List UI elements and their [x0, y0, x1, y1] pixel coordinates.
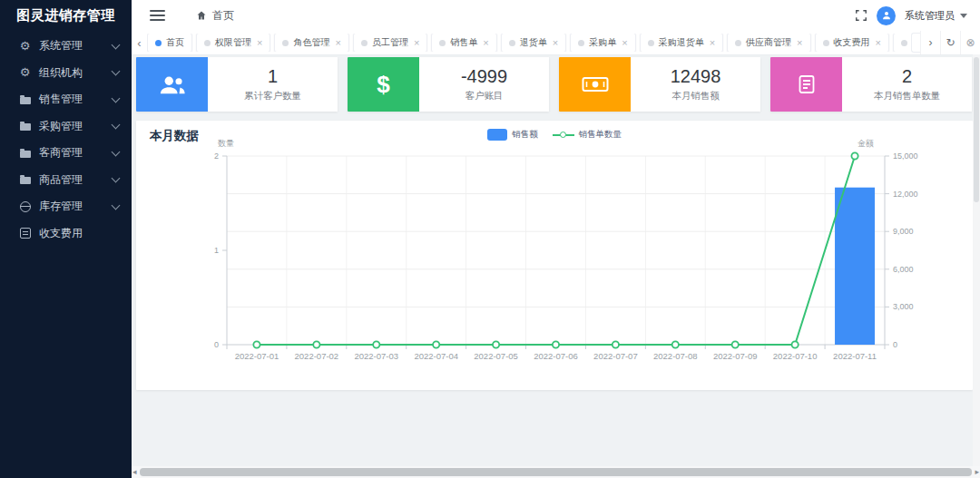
tab-close-icon[interactable]: ×	[335, 38, 340, 48]
tab-dot	[648, 40, 654, 46]
point-销售单数量-2022-07-06[interactable]	[553, 341, 559, 347]
tab-label: 采购单	[589, 36, 616, 49]
svg-text:2022-07-03: 2022-07-03	[354, 351, 398, 361]
point-销售单数量-2022-07-10[interactable]	[792, 341, 799, 347]
horizontal-scrollbar-thumb[interactable]	[140, 468, 972, 476]
chart-legend: 销售额 销售单数量	[136, 129, 973, 141]
tab-label: 采购退货单	[659, 36, 704, 49]
svg-text:2022-07-08: 2022-07-08	[653, 351, 698, 361]
chevron-down-icon	[112, 67, 121, 76]
tab-9[interactable]: 收支费用×	[815, 34, 889, 52]
svg-text:2: 2	[214, 151, 219, 161]
banknote-icon	[559, 57, 631, 112]
bar-销售额-2022-07-11[interactable]	[835, 188, 875, 345]
tabs-scroll-right-icon[interactable]: ›	[920, 31, 940, 54]
legend-item-order-count[interactable]: 销售单数量	[553, 129, 622, 141]
tabs-refresh-icon[interactable]: ↻	[940, 31, 960, 54]
svg-text:9,000: 9,000	[893, 227, 914, 236]
sidebar-item-4[interactable]: 客商管理	[0, 140, 132, 167]
tab-close-icon[interactable]: ×	[553, 38, 558, 48]
point-销售单数量-2022-07-05[interactable]	[493, 341, 499, 347]
point-销售单数量-2022-07-11[interactable]	[851, 152, 858, 159]
tab-0[interactable]: 首页	[147, 34, 192, 52]
tab-dot	[578, 40, 584, 46]
tab-dot	[823, 40, 829, 46]
svg-text:15,000: 15,000	[893, 151, 918, 161]
tab-label: 退货单	[520, 36, 547, 49]
sidebar-item-6[interactable]: 库存管理	[0, 193, 132, 220]
stat-label: 客户账目	[466, 90, 504, 102]
tab-close-icon[interactable]: ×	[797, 38, 802, 48]
tab-close-icon[interactable]: ×	[414, 38, 419, 48]
point-销售单数量-2022-07-03[interactable]	[373, 341, 379, 347]
dollar-icon: $	[348, 57, 419, 112]
tab-3[interactable]: 员工管理×	[353, 34, 427, 52]
header-right: 系统管理员	[855, 6, 980, 25]
sidebar-item-3[interactable]: 采购管理	[0, 113, 132, 141]
breadcrumb[interactable]: 首页	[196, 8, 234, 24]
tab-1[interactable]: 权限管理×	[196, 34, 270, 52]
svg-text:2022-07-09: 2022-07-09	[713, 351, 758, 361]
chevron-down-icon	[112, 200, 121, 210]
point-销售单数量-2022-07-02[interactable]	[313, 341, 319, 347]
tab-label: 首页	[166, 36, 184, 49]
sidebar-item-5[interactable]: 商品管理	[0, 167, 132, 194]
point-销售单数量-2022-07-08[interactable]	[672, 341, 679, 347]
sidebar-item-7[interactable]: 收支费用	[0, 220, 132, 248]
chevron-down-icon	[112, 174, 121, 183]
tab-6[interactable]: 采购单×	[570, 34, 635, 52]
point-销售单数量-2022-07-09[interactable]	[732, 341, 739, 347]
point-销售单数量-2022-07-01[interactable]	[253, 341, 260, 347]
app-title: 图灵进销存管理	[0, 0, 132, 31]
svg-text:0: 0	[893, 340, 897, 349]
point-销售单数量-2022-07-07[interactable]	[612, 341, 619, 347]
svg-text:2022-07-07: 2022-07-07	[593, 351, 638, 361]
svg-text:2022-07-10: 2022-07-10	[773, 351, 818, 361]
tab-10[interactable]: 商品分类×	[893, 34, 911, 52]
sidebar-item-1[interactable]: 组织机构	[0, 60, 132, 87]
sidebar-item-0[interactable]: 系统管理	[0, 33, 132, 60]
svg-text:2022-07-01: 2022-07-01	[235, 351, 279, 361]
stat-value: -4999	[461, 66, 507, 87]
top-header: 首页 系统管理员	[132, 0, 980, 31]
point-销售单数量-2022-07-04[interactable]	[433, 341, 439, 347]
legend-item-sales[interactable]: 销售额	[487, 129, 538, 141]
sidebar-item-label: 收支费用	[39, 226, 119, 241]
scroll-right-arrow-icon[interactable]: ▸	[975, 467, 979, 477]
tab-2[interactable]: 角色管理×	[274, 34, 348, 52]
svg-text:1: 1	[214, 246, 219, 255]
horizontal-scrollbar[interactable]: ◂ ▸	[132, 466, 980, 478]
vertical-scrollbar-thumb[interactable]	[974, 57, 979, 202]
tabs-close-all-icon[interactable]: ⊗	[960, 31, 980, 54]
tab-close-icon[interactable]: ×	[622, 38, 627, 48]
monthly-data-card: 01203,0006,0009,00012,00015,0002022-07-0…	[136, 121, 973, 390]
stat-card-monthly-orders: 2 本月销售单数量	[770, 57, 972, 112]
sidebar-item-label: 采购管理	[39, 119, 113, 134]
scroll-left-arrow-icon[interactable]: ◂	[132, 467, 137, 477]
username-label: 系统管理员	[905, 9, 955, 23]
user-menu[interactable]: 系统管理员	[905, 9, 967, 23]
tab-close-icon[interactable]: ×	[876, 38, 881, 48]
tab-dot	[361, 40, 368, 46]
menu-toggle-icon[interactable]	[150, 10, 165, 21]
chevron-down-icon	[112, 93, 121, 102]
gear-icon	[18, 40, 32, 53]
tab-5[interactable]: 退货单×	[501, 34, 566, 52]
tabs-scroll-left-icon[interactable]: ‹	[132, 36, 147, 50]
tab-close-icon[interactable]: ×	[483, 38, 488, 48]
tab-7[interactable]: 采购退货单×	[640, 34, 723, 52]
tab-close-icon[interactable]: ×	[257, 38, 262, 48]
tab-8[interactable]: 供应商管理×	[727, 34, 810, 52]
vertical-scrollbar[interactable]	[973, 54, 980, 466]
avatar[interactable]	[877, 6, 896, 25]
svg-text:12,000: 12,000	[893, 190, 918, 199]
tab-close-icon[interactable]: ×	[710, 38, 715, 48]
tab-bar: ‹ 首页权限管理×角色管理×员工管理×销售单×退货单×采购单×采购退货单×供应商…	[132, 31, 980, 55]
fullscreen-icon[interactable]	[855, 9, 867, 22]
tab-label: 供应商管理	[746, 36, 791, 49]
tab-clipped[interactable]	[911, 33, 920, 53]
globe-icon	[18, 201, 32, 212]
tab-4[interactable]: 销售单×	[431, 34, 496, 52]
tab-dot	[204, 40, 211, 46]
sidebar-item-2[interactable]: 销售管理	[0, 86, 132, 113]
